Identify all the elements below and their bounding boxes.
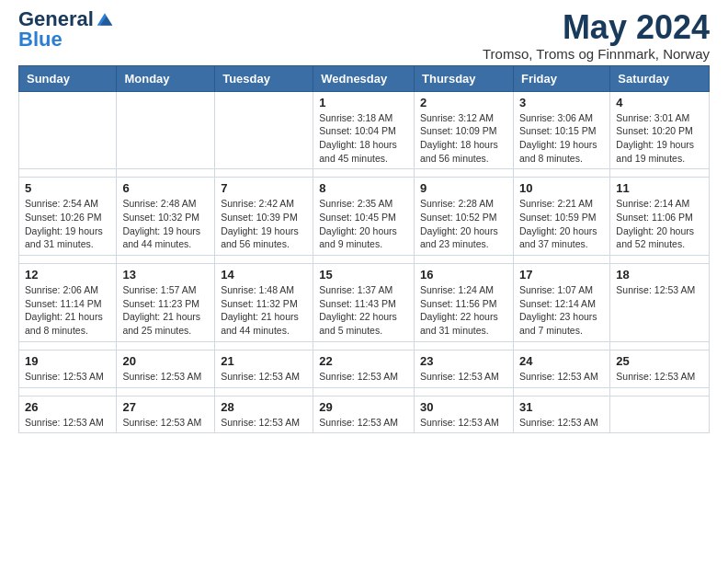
day-number: 28: [221, 400, 307, 414]
day-cell: 20Sunrise: 12:53 AM: [117, 350, 215, 387]
day-cell: 16Sunrise: 1:24 AM Sunset: 11:56 PM Dayl…: [415, 264, 514, 342]
day-cell: 23Sunrise: 12:53 AM: [415, 350, 514, 387]
day-number: 31: [519, 400, 604, 414]
day-number: 24: [519, 354, 604, 368]
day-info: Sunrise: 12:53 AM: [319, 370, 408, 384]
day-cell: [215, 91, 313, 169]
day-info: Sunrise: 2:06 AM Sunset: 11:14 PM Daylig…: [25, 283, 110, 338]
logo: General Blue: [18, 9, 114, 50]
day-info: Sunrise: 12:53 AM: [420, 370, 507, 384]
day-number: 21: [221, 354, 307, 368]
day-info: Sunrise: 12:53 AM: [519, 416, 604, 430]
day-number: 16: [420, 268, 507, 282]
day-number: 23: [420, 354, 507, 368]
day-cell: 1Sunrise: 3:18 AM Sunset: 10:04 PM Dayli…: [313, 91, 415, 169]
day-info: Sunrise: 12:53 AM: [519, 370, 604, 384]
day-info: Sunrise: 12:53 AM: [122, 416, 209, 430]
col-header-friday: Friday: [513, 65, 609, 91]
day-info: Sunrise: 2:42 AM Sunset: 10:39 PM Daylig…: [221, 197, 307, 251]
day-info: Sunrise: 2:14 AM Sunset: 11:06 PM Daylig…: [616, 197, 703, 251]
logo-icon: [96, 10, 114, 29]
day-number: 27: [122, 400, 209, 414]
day-number: 17: [519, 268, 604, 282]
day-info: Sunrise: 12:53 AM: [25, 370, 110, 384]
day-number: 2: [420, 96, 507, 109]
day-cell: 28Sunrise: 12:53 AM: [215, 396, 313, 433]
day-number: 29: [319, 400, 408, 414]
month-title: May 2024: [483, 9, 710, 46]
day-number: 3: [519, 96, 604, 109]
day-info: Sunrise: 12:53 AM: [221, 416, 307, 430]
day-cell: 21Sunrise: 12:53 AM: [215, 350, 313, 387]
day-info: Sunrise: 12:53 AM: [25, 416, 110, 430]
day-number: 11: [616, 181, 703, 195]
day-number: 5: [25, 181, 110, 195]
col-header-thursday: Thursday: [415, 65, 514, 91]
day-cell: 18Sunrise: 12:53 AM: [610, 264, 710, 342]
day-info: Sunrise: 12:53 AM: [420, 416, 507, 430]
day-number: 13: [122, 268, 209, 282]
week-row-4: 19Sunrise: 12:53 AM20Sunrise: 12:53 AM21…: [19, 350, 710, 387]
day-number: 9: [420, 181, 507, 195]
day-number: 12: [25, 268, 110, 282]
week-row-2: 5Sunrise: 2:54 AM Sunset: 10:26 PM Dayli…: [19, 178, 710, 256]
day-number: 18: [616, 268, 703, 282]
day-number: 6: [122, 181, 209, 195]
day-info: Sunrise: 2:54 AM Sunset: 10:26 PM Daylig…: [25, 197, 110, 251]
day-cell: 14Sunrise: 1:48 AM Sunset: 11:32 PM Dayl…: [215, 264, 313, 342]
day-info: Sunrise: 12:53 AM: [616, 283, 703, 297]
day-cell: [19, 91, 117, 169]
day-cell: 11Sunrise: 2:14 AM Sunset: 11:06 PM Dayl…: [610, 178, 710, 256]
day-info: Sunrise: 1:48 AM Sunset: 11:32 PM Daylig…: [221, 283, 307, 338]
day-cell: 25Sunrise: 12:53 AM: [610, 350, 710, 387]
calendar-header-row: SundayMondayTuesdayWednesdayThursdayFrid…: [19, 65, 710, 91]
col-header-wednesday: Wednesday: [313, 65, 415, 91]
day-number: 7: [221, 181, 307, 195]
day-number: 20: [122, 354, 209, 368]
calendar: SundayMondayTuesdayWednesdayThursdayFrid…: [18, 65, 710, 434]
header-right: May 2024 Tromso, Troms og Finnmark, Norw…: [483, 9, 710, 62]
week-row-1: 1Sunrise: 3:18 AM Sunset: 10:04 PM Dayli…: [19, 91, 710, 169]
day-cell: 30Sunrise: 12:53 AM: [415, 396, 514, 433]
day-cell: [117, 91, 215, 169]
col-header-tuesday: Tuesday: [215, 65, 313, 91]
day-cell: [610, 396, 710, 433]
day-info: Sunrise: 12:53 AM: [122, 370, 209, 384]
week-row-3: 12Sunrise: 2:06 AM Sunset: 11:14 PM Dayl…: [19, 264, 710, 342]
day-number: 4: [616, 96, 703, 109]
col-header-sunday: Sunday: [19, 65, 117, 91]
spacer-row: [19, 341, 710, 350]
page: General Blue May 2024 Tromso, Troms og F…: [0, 0, 728, 452]
day-cell: 19Sunrise: 12:53 AM: [19, 350, 117, 387]
day-cell: 22Sunrise: 12:53 AM: [313, 350, 415, 387]
day-cell: 9Sunrise: 2:28 AM Sunset: 10:52 PM Dayli…: [415, 178, 514, 256]
logo-text: General: [18, 9, 114, 29]
day-cell: 3Sunrise: 3:06 AM Sunset: 10:15 PM Dayli…: [513, 91, 609, 169]
col-header-monday: Monday: [117, 65, 215, 91]
day-cell: 27Sunrise: 12:53 AM: [117, 396, 215, 433]
day-info: Sunrise: 3:06 AM Sunset: 10:15 PM Daylig…: [519, 111, 604, 166]
day-number: 30: [420, 400, 507, 414]
day-cell: 10Sunrise: 2:21 AM Sunset: 10:59 PM Dayl…: [513, 178, 609, 256]
day-cell: 6Sunrise: 2:48 AM Sunset: 10:32 PM Dayli…: [117, 178, 215, 256]
spacer-row: [19, 256, 710, 264]
day-info: Sunrise: 1:24 AM Sunset: 11:56 PM Daylig…: [420, 283, 507, 338]
day-info: Sunrise: 12:53 AM: [221, 370, 307, 384]
day-cell: 17Sunrise: 1:07 AM Sunset: 12:14 AM Dayl…: [513, 264, 609, 342]
day-info: Sunrise: 3:01 AM Sunset: 10:20 PM Daylig…: [616, 111, 703, 166]
day-number: 14: [221, 268, 307, 282]
header: General Blue May 2024 Tromso, Troms og F…: [18, 9, 710, 62]
day-info: Sunrise: 12:53 AM: [616, 370, 703, 384]
day-cell: 5Sunrise: 2:54 AM Sunset: 10:26 PM Dayli…: [19, 178, 117, 256]
day-number: 22: [319, 354, 408, 368]
logo-blue-text: Blue: [18, 29, 63, 50]
week-row-5: 26Sunrise: 12:53 AM27Sunrise: 12:53 AM28…: [19, 396, 710, 433]
day-info: Sunrise: 3:12 AM Sunset: 10:09 PM Daylig…: [420, 111, 507, 166]
day-number: 25: [616, 354, 703, 368]
logo-blue: Blue: [18, 29, 63, 50]
day-number: 15: [319, 268, 408, 282]
day-cell: 31Sunrise: 12:53 AM: [513, 396, 609, 433]
day-info: Sunrise: 2:28 AM Sunset: 10:52 PM Daylig…: [420, 197, 507, 251]
day-info: Sunrise: 2:48 AM Sunset: 10:32 PM Daylig…: [122, 197, 209, 251]
day-info: Sunrise: 1:37 AM Sunset: 11:43 PM Daylig…: [319, 283, 408, 338]
